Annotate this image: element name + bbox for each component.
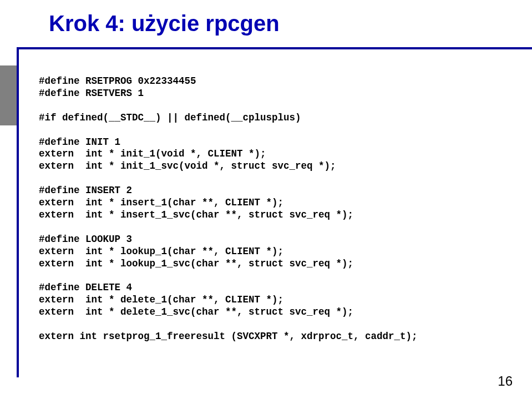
sidebar-decoration [0,65,17,85]
slide: Krok 4: użycie rpcgen #define RSETPROG 0… [0,0,532,399]
code-line: #define RSETPROG 0x22334455 #define RSET… [39,75,499,100]
sidebar-decoration [0,85,17,105]
sidebar-decoration [0,105,17,125]
code-line: #if defined(__STDC__) || defined(__cplus… [39,112,499,124]
page-number: 16 [498,373,513,389]
code-block: #define RSETPROG 0x22334455 #define RSET… [39,63,499,343]
code-line: #define LOOKUP 3 extern int * lookup_1(c… [39,234,499,270]
slide-title: Krok 4: użycie rpcgen [49,11,280,36]
code-line: #define DELETE 4 extern int * delete_1(c… [39,282,499,319]
code-line: #define INSERT 2 extern int * insert_1(c… [39,185,499,221]
code-line: #define INIT 1 extern int * init_1(void … [39,137,499,173]
code-line: extern int rsetprog_1_freeresult (SVCXPR… [39,331,499,343]
